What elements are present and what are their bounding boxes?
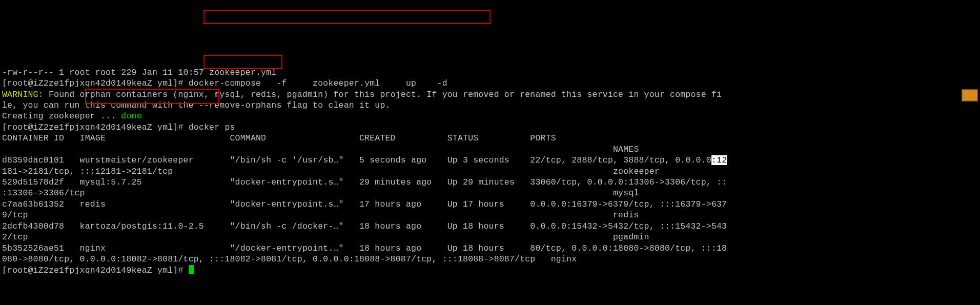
ps-row-redis-2: 9/tcp redis — [2, 210, 639, 220]
ps-header-names: NAMES — [2, 145, 639, 154]
warning-text-1: : Found orphan containers (nginx, mysql,… — [38, 90, 722, 99]
ps-row-redis-1: c7aa63b61352 redis "docker-entrypoint.s…… — [2, 199, 727, 209]
shell-prompt-3: [root@iZ2ze1fpjxqn42d0149keaZ yml]# — [2, 266, 189, 275]
annotation-box-compose-cmd — [203, 11, 491, 24]
warning-label: WARNING — [2, 90, 38, 99]
ps-row-zookeeper-highlight: :12 — [711, 155, 727, 165]
ps-row-nginx-1: 5b352526ae51 nginx "/docker-entrypoint.…… — [2, 243, 727, 253]
ps-row-postgis-2: 2/tcp pgadmin — [2, 232, 649, 242]
scroll-marker-icon — [962, 89, 978, 101]
ps-row-nginx-2: 080->8080/tcp, 0.0.0.0:18082->8081/tcp, … — [2, 254, 577, 264]
ps-row-postgis-1: 2dcfb4300d78 kartoza/postgis:11.0-2.5 "/… — [2, 221, 727, 231]
creating-done: done — [121, 111, 141, 121]
ps-row-mysql-1: 529d51578d2f mysql:5.7.25 "docker-entryp… — [2, 177, 727, 187]
command-docker-compose-up: docker-compose -f zookeeper.yml up -d — [189, 78, 447, 88]
ls-output-line: -rw-r--r-- 1 root root 229 Jan 11 10:57 … — [2, 68, 276, 77]
ps-row-zookeeper-2: 181->2181/tcp, :::12181->2181/tcp zookee… — [2, 167, 660, 176]
ps-header: CONTAINER ID IMAGE COMMAND CREATED STATU… — [2, 133, 556, 143]
warning-text-2: le, you can run this command with the --… — [2, 100, 391, 110]
ps-row-zookeeper-1: d8359dac0101 wurstmeister/zookeeper "/bi… — [2, 155, 711, 165]
terminal[interactable]: -rw-r--r-- 1 root root 229 Jan 11 10:57 … — [0, 55, 980, 277]
ps-row-mysql-2: :13306->3306/tcp mysql — [2, 188, 639, 198]
creating-text: Creating zookeeper ... — [2, 111, 121, 121]
shell-prompt-1: [root@iZ2ze1fpjxqn42d0149keaZ yml]# — [2, 78, 189, 88]
command-docker-ps: docker ps — [189, 123, 235, 132]
cursor-icon — [189, 265, 194, 274]
shell-prompt-2: [root@iZ2ze1fpjxqn42d0149keaZ yml]# — [2, 123, 189, 132]
